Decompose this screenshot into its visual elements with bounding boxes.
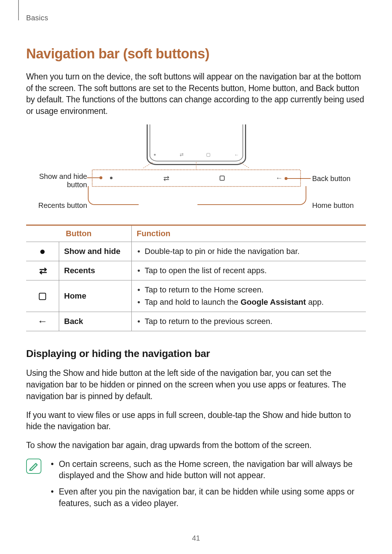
note-icon [26, 459, 41, 474]
callout-recents: Recents button [25, 201, 87, 210]
back-icon: ← [37, 316, 48, 327]
crop-mark [18, 0, 19, 20]
callout-show-hide: Show and hide button [25, 172, 87, 189]
home-icon [207, 153, 210, 157]
callout-home: Home button [312, 201, 377, 210]
recents-icon: ⇄ [39, 265, 46, 276]
recents-icon: ⇄ [180, 152, 183, 157]
table-row: ⇄RecentsTap to open the list of recent a… [26, 261, 366, 280]
dot-icon [110, 177, 113, 179]
phone-outline: ⇄ ← [145, 124, 248, 165]
body-paragraph: If you want to view files or use apps in… [26, 410, 366, 432]
row-name: Home [59, 280, 131, 312]
row-name: Show and hide [59, 242, 131, 261]
function-item: Double-tap to pin or hide the navigation… [137, 245, 361, 258]
note-item: Even after you pin the navigation bar, i… [49, 486, 366, 509]
row-icon-cell [26, 280, 59, 312]
recents-icon: ⇄ [163, 174, 168, 182]
home-icon [220, 176, 225, 181]
row-icon-cell: ⇄ [26, 261, 59, 280]
body-paragraph: Using the Show and hide button at the le… [26, 368, 366, 402]
table-row: HomeTap to return to the Home screen.Tap… [26, 280, 366, 312]
breadcrumb: Basics [26, 14, 366, 22]
back-icon: ← [275, 174, 283, 182]
row-name: Recents [59, 261, 131, 280]
th-button: Button [26, 225, 131, 242]
row-function: Tap to open the list of recent apps. [131, 261, 366, 280]
note-block: On certain screens, such as the Home scr… [26, 459, 366, 514]
row-function: Tap to return to the Home screen.Tap and… [131, 280, 366, 312]
zoom-frame: ⇄ ← [92, 169, 301, 187]
dot-icon [154, 154, 156, 156]
function-item: Tap to return to the previous screen. [137, 315, 361, 328]
callout-back: Back button [312, 175, 370, 183]
body-paragraph: To show the navigation bar again, drag u… [26, 440, 366, 451]
function-item: Tap to open the list of recent apps. [137, 264, 361, 277]
dot-icon [40, 250, 45, 254]
page-number: 41 [0, 534, 392, 542]
home-icon [39, 293, 46, 300]
function-item: Tap to return to the Home screen. [137, 284, 361, 296]
row-function: Double-tap to pin or hide the navigation… [131, 242, 366, 261]
intro-paragraph: When you turn on the device, the soft bu… [26, 71, 366, 117]
row-icon-cell [26, 242, 59, 261]
th-function: Function [131, 225, 366, 242]
function-table: Button Function Show and hideDouble-tap … [26, 225, 366, 331]
function-item: Tap and hold to launch the Google Assist… [137, 296, 361, 308]
row-name: Back [59, 312, 131, 331]
table-row: ←BackTap to return to the previous scree… [26, 312, 366, 331]
row-icon-cell: ← [26, 312, 59, 331]
navbar-diagram: ⇄ ← ⇄ ← Show and hide button Recents but… [80, 124, 312, 214]
table-row: Show and hideDouble-tap to pin or hide t… [26, 242, 366, 261]
back-icon: ← [234, 152, 239, 157]
subheading: Displaying or hiding the navigation bar [26, 348, 366, 360]
page-title: Navigation bar (soft buttons) [26, 46, 366, 62]
note-item: On certain screens, such as the Home scr… [49, 459, 366, 481]
row-function: Tap to return to the previous screen. [131, 312, 366, 331]
